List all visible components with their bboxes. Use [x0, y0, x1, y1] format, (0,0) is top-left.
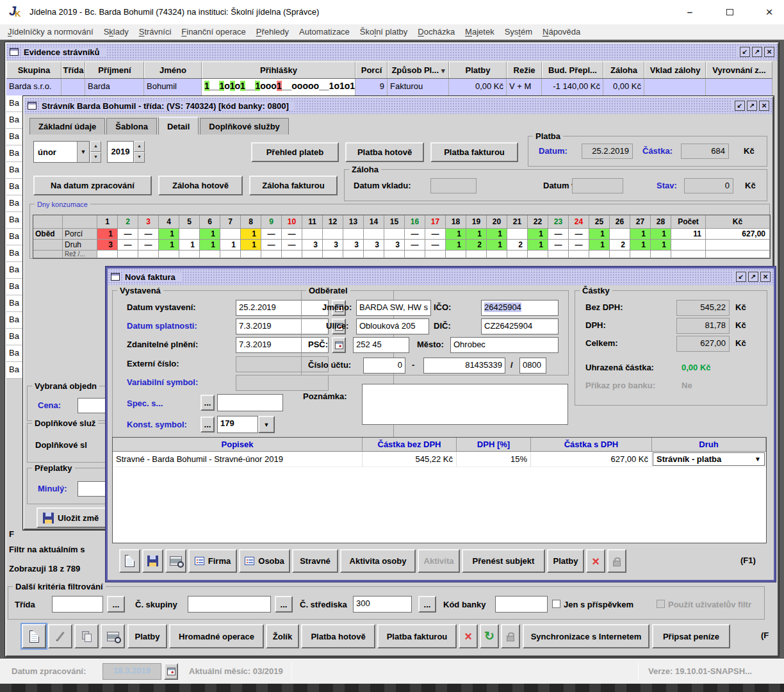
- day-cell[interactable]: —: [282, 229, 302, 240]
- day-cell[interactable]: —: [138, 229, 159, 240]
- column-header[interactable]: Skupina: [6, 62, 61, 78]
- synchronizace-button[interactable]: Synchronizace s Internetem: [523, 624, 649, 648]
- close-icon[interactable]: [760, 5, 779, 19]
- day-cell[interactable]: [179, 251, 200, 258]
- day-cell[interactable]: [507, 251, 528, 258]
- konst-browse-button[interactable]: ...: [200, 416, 215, 432]
- poznamka-textarea[interactable]: [362, 384, 568, 425]
- faktura-table-row[interactable]: Stravné - Barda Bohumil - Stravné-únor 2…: [113, 452, 766, 467]
- day-cell[interactable]: 1: [446, 240, 466, 251]
- table-row-clipped[interactable]: Ba: [6, 112, 24, 129]
- menu-item[interactable]: Automatizace: [294, 27, 355, 37]
- table-row-clipped[interactable]: Ba: [6, 162, 24, 179]
- lock-button[interactable]: [501, 624, 520, 648]
- day-cell[interactable]: 2: [466, 240, 487, 251]
- strediska-input[interactable]: 300: [353, 596, 412, 613]
- spin-up-icon[interactable]: [90, 141, 101, 152]
- prenest-subjekt-button[interactable]: Přenést subjekt: [462, 549, 545, 573]
- day-cell[interactable]: —: [405, 240, 425, 251]
- day-cell[interactable]: [118, 251, 138, 258]
- day-cell[interactable]: 1: [466, 229, 487, 240]
- table-row-clipped[interactable]: Ba: [6, 95, 24, 112]
- day-cell[interactable]: 1: [241, 229, 261, 240]
- column-header[interactable]: Režie: [507, 62, 542, 78]
- day-cell[interactable]: 1: [200, 240, 220, 251]
- day-cell[interactable]: [179, 229, 200, 240]
- day-cell[interactable]: [446, 251, 466, 258]
- frame-close-icon[interactable]: [764, 47, 774, 57]
- day-cell[interactable]: [200, 251, 220, 258]
- column-header[interactable]: Vyrovnání z...: [706, 62, 772, 78]
- frame-maximize-icon[interactable]: [747, 101, 757, 111]
- day-cell[interactable]: 1: [159, 240, 179, 251]
- hromadne-operace-button[interactable]: Hromadné operace: [169, 624, 264, 648]
- column-header[interactable]: Jméno: [144, 62, 202, 78]
- menu-item[interactable]: Systém: [500, 27, 537, 37]
- day-cell[interactable]: [97, 251, 118, 258]
- minimize-icon[interactable]: [680, 5, 699, 19]
- platba-hotove-button[interactable]: Platba hotově: [301, 624, 375, 648]
- edit-record-button[interactable]: [48, 624, 72, 648]
- items-column-header[interactable]: Popisek: [113, 438, 363, 451]
- column-header[interactable]: Způsob Pl...: [388, 62, 449, 78]
- tab-sablona[interactable]: Šablona: [106, 118, 157, 135]
- day-cell[interactable]: 2: [610, 240, 630, 251]
- delete-invoice-button[interactable]: [586, 549, 605, 573]
- day-cell[interactable]: [384, 229, 405, 240]
- day-cell[interactable]: —: [425, 240, 446, 251]
- day-cell[interactable]: 1: [179, 240, 200, 251]
- day-cell[interactable]: 3: [364, 240, 384, 251]
- menu-item[interactable]: Finanční operace: [176, 27, 250, 37]
- mesto-input[interactable]: Ohrobec: [450, 337, 559, 353]
- day-cell[interactable]: [630, 251, 651, 258]
- day-cell[interactable]: 1: [630, 229, 651, 240]
- day-cell[interactable]: [323, 229, 343, 240]
- day-cell[interactable]: [589, 251, 610, 258]
- zaloha-hotove-button[interactable]: Záloha hotově: [158, 176, 243, 195]
- table-row-clipped[interactable]: Ba: [6, 245, 24, 262]
- day-cell[interactable]: [528, 251, 548, 258]
- trida-input[interactable]: [52, 596, 103, 613]
- day-cell[interactable]: [220, 229, 241, 240]
- delete-button[interactable]: [459, 624, 478, 648]
- day-cell[interactable]: [364, 229, 384, 240]
- jmeno-input[interactable]: BARDA SW, HW s: [356, 300, 431, 316]
- items-column-header[interactable]: Částka s DPH: [531, 438, 652, 451]
- table-row-clipped[interactable]: Ba: [6, 295, 24, 312]
- skupiny-browse-button[interactable]: ...: [275, 596, 293, 613]
- month-select[interactable]: únor: [33, 141, 90, 163]
- menu-item[interactable]: Majetek: [460, 27, 500, 37]
- cena-input[interactable]: [78, 398, 107, 413]
- zolik-button[interactable]: Žolík: [266, 624, 299, 648]
- table-row-clipped[interactable]: Ba: [6, 312, 24, 329]
- frame-maximize-icon[interactable]: [752, 47, 762, 57]
- day-cell[interactable]: 3: [323, 240, 343, 251]
- day-cell[interactable]: [507, 229, 528, 240]
- day-cell[interactable]: [364, 251, 384, 258]
- jen-s-prispevkem-checkbox[interactable]: [552, 600, 560, 608]
- menu-item[interactable]: Strávníci: [134, 27, 177, 37]
- day-cell[interactable]: [384, 251, 405, 258]
- spec-symbol-input[interactable]: [217, 394, 283, 411]
- statusbar-calendar-button[interactable]: [164, 663, 178, 680]
- ico-input[interactable]: 26425904: [481, 300, 559, 316]
- stravnik-titlebar[interactable]: Strávník Barda Bohumil - třída: (VS: 740…: [24, 97, 772, 114]
- day-cell[interactable]: 1: [487, 240, 507, 251]
- spin-down-icon[interactable]: [134, 152, 145, 163]
- day-cell[interactable]: —: [569, 229, 589, 240]
- ucet-banka-input[interactable]: 0800: [519, 358, 546, 374]
- platby-button[interactable]: Platby: [127, 624, 167, 648]
- column-header[interactable]: Třída: [61, 62, 85, 78]
- minuly-input[interactable]: [78, 481, 107, 497]
- day-cell[interactable]: 2: [507, 240, 528, 251]
- day-cell[interactable]: [138, 251, 159, 258]
- day-cell[interactable]: —: [261, 240, 282, 251]
- day-cell[interactable]: [241, 251, 261, 258]
- column-header[interactable]: Porcí: [355, 62, 388, 78]
- spec-browse-button[interactable]: ...: [200, 395, 215, 411]
- table-row-clipped[interactable]: Ba: [6, 145, 24, 162]
- aktivita-button[interactable]: Aktivita: [418, 549, 460, 573]
- menu-item[interactable]: Docházka: [412, 27, 460, 37]
- refresh-button[interactable]: [480, 624, 499, 648]
- stravne-button[interactable]: Stravné: [292, 549, 338, 573]
